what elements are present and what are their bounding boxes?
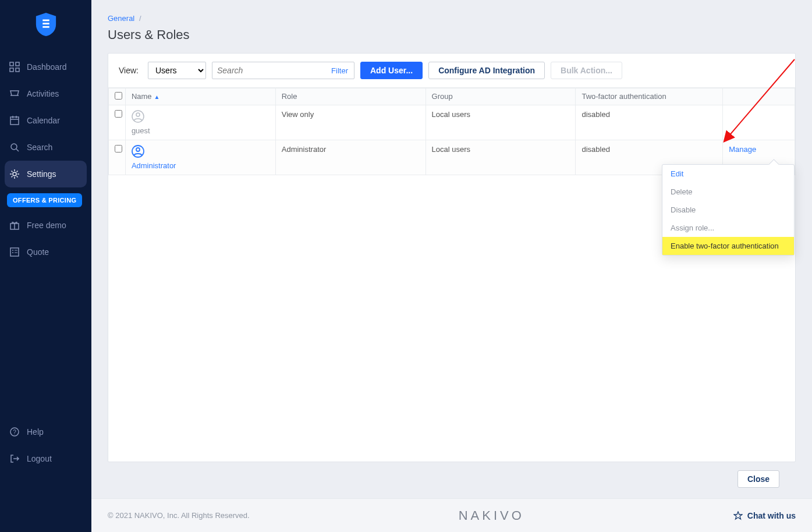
view-label: View:	[119, 66, 139, 75]
user-group: Local users	[425, 140, 576, 175]
sidebar-item-label: Help	[27, 427, 44, 437]
svg-point-26	[136, 148, 140, 151]
sidebar-item-label: Logout	[27, 454, 52, 463]
manage-dropdown: Edit Delete Disable Assign role... Enabl…	[662, 164, 795, 256]
sidebar-item-free-demo[interactable]: Free demo	[0, 212, 91, 239]
svg-rect-7	[10, 117, 19, 125]
breadcrumb: General /	[108, 14, 796, 23]
sidebar-item-label: Calendar	[27, 116, 60, 125]
gear-icon	[9, 169, 20, 179]
dropdown-item-disable[interactable]: Disable	[662, 201, 794, 219]
sidebar-item-logout[interactable]: Logout	[0, 445, 91, 472]
grid-icon	[9, 62, 20, 72]
user-name[interactable]: Administrator	[132, 161, 270, 170]
svg-rect-6	[16, 68, 19, 72]
svg-point-24	[136, 113, 140, 116]
add-user-button[interactable]: Add User...	[360, 62, 423, 79]
user-avatar-icon	[132, 145, 144, 158]
col-role-header[interactable]: Role	[275, 88, 425, 105]
gift-icon	[9, 220, 20, 230]
star-icon	[733, 511, 743, 520]
sidebar-item-label: Quote	[27, 247, 49, 257]
col-name-header[interactable]: Name▲	[125, 88, 275, 105]
row-checkbox[interactable]	[115, 145, 122, 152]
col-2fa-header[interactable]: Two-factor authentication	[576, 88, 723, 105]
bulk-action-button: Bulk Action...	[551, 62, 622, 79]
svg-line-12	[16, 149, 19, 151]
sidebar: Dashboard Activities Calendar Search	[0, 0, 91, 532]
svg-rect-3	[10, 62, 13, 66]
sidebar-item-settings[interactable]: Settings	[5, 161, 87, 187]
app-logo	[0, 7, 91, 42]
svg-rect-1	[42, 23, 49, 24]
svg-point-13	[13, 172, 16, 176]
svg-rect-4	[16, 62, 19, 66]
user-name: guest	[132, 126, 270, 135]
svg-text:?: ?	[13, 429, 16, 435]
page-title: Users & Roles	[108, 27, 796, 42]
sidebar-item-label: Settings	[27, 169, 56, 179]
svg-rect-0	[42, 19, 49, 21]
configure-ad-button[interactable]: Configure AD Integration	[428, 62, 545, 79]
footer: © 2021 NAKIVO, Inc. All Rights Reserved.…	[91, 498, 812, 532]
search-icon	[9, 142, 20, 152]
breadcrumb-root[interactable]: General	[108, 14, 134, 23]
dropdown-item-enable-2fa[interactable]: Enable two-factor authentication	[662, 237, 794, 255]
user-role: View only	[275, 105, 425, 140]
sidebar-item-label: Free demo	[27, 221, 66, 230]
sidebar-item-quote[interactable]: Quote	[0, 239, 91, 265]
chat-link[interactable]: Chat with us	[733, 511, 796, 520]
svg-rect-2	[42, 26, 49, 28]
svg-point-11	[11, 144, 17, 150]
svg-point-17	[12, 250, 13, 251]
quote-icon	[9, 247, 20, 257]
sidebar-item-label: Search	[27, 143, 52, 152]
breadcrumb-separator: /	[139, 14, 141, 23]
svg-point-18	[12, 252, 13, 253]
offers-pricing-badge[interactable]: OFFERS & PRICING	[7, 193, 82, 207]
users-table: Name▲ Role Group Two-factor authenticati…	[108, 88, 795, 175]
view-select[interactable]: Users	[148, 62, 206, 79]
users-panel: View: Users Filter Add User... Configure…	[108, 53, 796, 462]
row-checkbox[interactable]	[115, 110, 122, 118]
close-button[interactable]: Close	[737, 470, 779, 488]
manage-link[interactable]: Manage	[729, 145, 756, 154]
table-row[interactable]: guest View only Local users disabled	[109, 105, 795, 140]
svg-rect-5	[10, 68, 13, 72]
sort-asc-icon: ▲	[154, 94, 160, 100]
col-actions-header	[723, 88, 795, 105]
user-role[interactable]: Administrator	[275, 140, 425, 175]
col-group-header[interactable]: Group	[425, 88, 576, 105]
sidebar-item-activities[interactable]: Activities	[0, 80, 91, 107]
inbox-icon	[9, 88, 20, 99]
search-wrap: Filter	[212, 62, 354, 79]
search-input[interactable]	[212, 66, 325, 75]
filter-link[interactable]: Filter	[325, 66, 354, 75]
help-icon: ?	[9, 427, 20, 437]
svg-rect-16	[10, 248, 19, 256]
sidebar-item-label: Activities	[27, 89, 59, 98]
copyright: © 2021 NAKIVO, Inc. All Rights Reserved.	[108, 511, 250, 520]
user-group: Local users	[425, 105, 576, 140]
shield-icon	[36, 13, 56, 36]
dropdown-item-delete[interactable]: Delete	[662, 183, 794, 201]
toolbar: View: Users Filter Add User... Configure…	[108, 54, 795, 88]
sidebar-item-search[interactable]: Search	[0, 134, 91, 161]
main-content: General / Users & Roles View: Users Filt…	[91, 0, 812, 532]
user-avatar-icon	[132, 110, 144, 123]
sidebar-item-dashboard[interactable]: Dashboard	[0, 54, 91, 80]
dropdown-item-assign-role[interactable]: Assign role...	[662, 219, 794, 237]
user-2fa: disabled	[576, 105, 723, 140]
sidebar-item-calendar[interactable]: Calendar	[0, 107, 91, 134]
sidebar-item-label: Dashboard	[27, 62, 67, 72]
brand-logo-text: NAKIVO	[459, 508, 524, 523]
sidebar-item-help[interactable]: ? Help	[0, 418, 91, 445]
calendar-icon	[9, 115, 20, 126]
select-all-checkbox[interactable]	[115, 92, 122, 100]
logout-icon	[9, 453, 20, 464]
dropdown-item-edit[interactable]: Edit	[662, 165, 794, 183]
